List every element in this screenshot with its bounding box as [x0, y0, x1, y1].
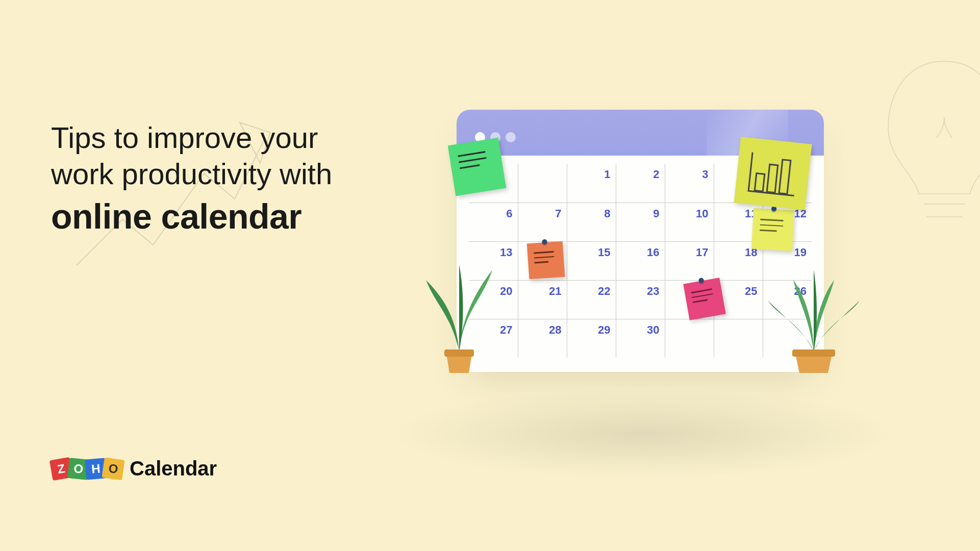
day-cell [665, 319, 714, 358]
day-cell: 16 [616, 241, 665, 280]
page-title: Tips to improve your work productivity w… [51, 120, 337, 236]
day-cell [714, 319, 763, 358]
day-cell: 3 [665, 164, 714, 203]
sticky-note-icon [448, 138, 506, 196]
day-cell: 30 [616, 319, 665, 358]
day-cell: 8 [567, 203, 616, 241]
headline-line-2: work productivity with [51, 157, 332, 190]
window-dot-icon [506, 132, 516, 142]
svg-rect-1 [767, 164, 778, 192]
day-cell: 17 [665, 241, 714, 280]
sticky-note-icon [527, 241, 565, 280]
svg-rect-0 [755, 173, 764, 191]
logo-letter: O [102, 457, 124, 480]
day-cell: 1 [567, 164, 616, 203]
svg-rect-4 [792, 349, 835, 357]
bar-chart-icon [744, 147, 801, 200]
day-cell: 28 [518, 319, 567, 358]
lightbulb-icon [868, 41, 980, 245]
day-cell: 15 [567, 241, 616, 280]
zoho-logo-icon: Z O H O [51, 459, 120, 479]
day-cell [518, 164, 567, 203]
svg-rect-2 [779, 160, 791, 194]
day-cell: 23 [616, 280, 665, 319]
sticky-note-icon [683, 278, 725, 320]
svg-rect-3 [444, 349, 474, 357]
day-cell: 10 [665, 203, 714, 241]
sticky-note-icon [751, 208, 794, 251]
product-name: Calendar [130, 457, 217, 480]
brand-logo: Z O H O Calendar [51, 457, 217, 480]
shadow-decor [388, 388, 898, 480]
day-cell: 6 [469, 203, 518, 241]
plant-icon [416, 244, 502, 377]
day-cell: 7 [518, 203, 567, 241]
day-cell: 22 [567, 280, 616, 319]
headline-line-1: Tips to improve your [51, 121, 318, 154]
plant-icon [763, 260, 865, 377]
calendar-window: 1 2 3 4 5 6 7 8 9 10 11 12 13 14 [457, 110, 824, 372]
bar-chart-note-icon [734, 137, 812, 210]
day-cell: 9 [616, 203, 665, 241]
day-cell: 2 [616, 164, 665, 203]
day-cell: 21 [518, 280, 567, 319]
calendar-illustration: 1 2 3 4 5 6 7 8 9 10 11 12 13 14 [457, 110, 824, 372]
headline-emphasis: online calendar [51, 197, 301, 236]
day-cell: 29 [567, 319, 616, 358]
